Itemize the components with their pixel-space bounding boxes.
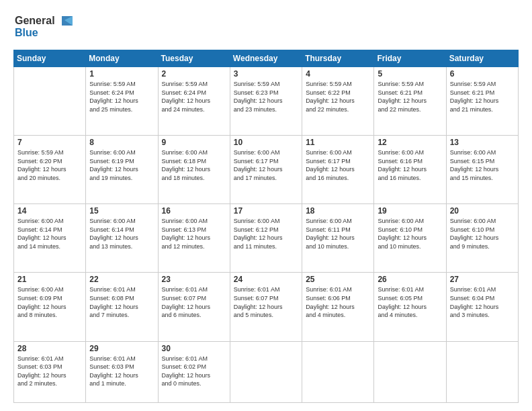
cell-details: Sunrise: 6:00 AM Sunset: 6:10 PM Dayligh… bbox=[378, 217, 442, 250]
calendar-cell: 25Sunrise: 6:01 AM Sunset: 6:06 PM Dayli… bbox=[302, 273, 374, 341]
logo: General Blue bbox=[13, 11, 74, 43]
weekday-header-sunday: Sunday bbox=[14, 50, 86, 67]
cell-details: Sunrise: 5:59 AM Sunset: 6:23 PM Dayligh… bbox=[234, 80, 298, 113]
calendar-cell: 23Sunrise: 6:01 AM Sunset: 6:07 PM Dayli… bbox=[158, 273, 230, 341]
day-number: 5 bbox=[378, 69, 442, 79]
calendar-cell: 18Sunrise: 6:00 AM Sunset: 6:11 PM Dayli… bbox=[302, 204, 374, 273]
calendar-cell: 7Sunrise: 5:59 AM Sunset: 6:20 PM Daylig… bbox=[14, 136, 86, 204]
weekday-header-thursday: Thursday bbox=[302, 50, 374, 67]
week-row-0: 1Sunrise: 5:59 AM Sunset: 6:24 PM Daylig… bbox=[14, 67, 519, 136]
day-number: 11 bbox=[306, 138, 370, 147]
calendar-table: SundayMondayTuesdayWednesdayThursdayFrid… bbox=[13, 50, 519, 403]
cell-details: Sunrise: 6:00 AM Sunset: 6:14 PM Dayligh… bbox=[89, 217, 154, 250]
week-row-1: 7Sunrise: 5:59 AM Sunset: 6:20 PM Daylig… bbox=[14, 136, 519, 204]
day-number: 3 bbox=[234, 69, 298, 79]
cell-details: Sunrise: 6:00 AM Sunset: 6:19 PM Dayligh… bbox=[89, 148, 154, 182]
calendar-cell bbox=[14, 67, 86, 136]
cell-details: Sunrise: 6:00 AM Sunset: 6:17 PM Dayligh… bbox=[234, 148, 298, 182]
calendar-cell: 6Sunrise: 5:59 AM Sunset: 6:21 PM Daylig… bbox=[446, 67, 518, 136]
day-number: 28 bbox=[17, 344, 82, 353]
day-number: 6 bbox=[450, 69, 515, 79]
calendar-cell bbox=[446, 341, 518, 402]
calendar-cell bbox=[230, 341, 302, 402]
cell-details: Sunrise: 6:00 AM Sunset: 6:16 PM Dayligh… bbox=[378, 148, 442, 182]
cell-details: Sunrise: 5:59 AM Sunset: 6:21 PM Dayligh… bbox=[450, 80, 515, 113]
page: General Blue SundayMondayTuesdayWednesda… bbox=[0, 0, 532, 411]
day-number: 2 bbox=[162, 69, 226, 79]
week-row-4: 28Sunrise: 6:01 AM Sunset: 6:03 PM Dayli… bbox=[14, 341, 519, 402]
calendar-cell: 11Sunrise: 6:00 AM Sunset: 6:17 PM Dayli… bbox=[302, 136, 374, 204]
cell-details: Sunrise: 6:00 AM Sunset: 6:11 PM Dayligh… bbox=[306, 217, 370, 250]
calendar-cell: 19Sunrise: 6:00 AM Sunset: 6:10 PM Dayli… bbox=[374, 204, 446, 273]
cell-details: Sunrise: 5:59 AM Sunset: 6:20 PM Dayligh… bbox=[17, 148, 82, 182]
calendar-cell: 27Sunrise: 6:01 AM Sunset: 6:04 PM Dayli… bbox=[446, 273, 518, 341]
cell-details: Sunrise: 6:01 AM Sunset: 6:07 PM Dayligh… bbox=[162, 285, 226, 319]
weekday-header-tuesday: Tuesday bbox=[158, 50, 230, 67]
cell-details: Sunrise: 6:01 AM Sunset: 6:08 PM Dayligh… bbox=[89, 285, 154, 319]
cell-details: Sunrise: 6:00 AM Sunset: 6:14 PM Dayligh… bbox=[17, 217, 82, 250]
week-row-3: 21Sunrise: 6:00 AM Sunset: 6:09 PM Dayli… bbox=[14, 273, 519, 341]
day-number: 12 bbox=[378, 138, 442, 147]
cell-details: Sunrise: 6:00 AM Sunset: 6:18 PM Dayligh… bbox=[162, 148, 226, 182]
calendar-cell bbox=[302, 341, 374, 402]
day-number: 14 bbox=[17, 206, 82, 216]
day-number: 8 bbox=[89, 138, 154, 147]
cell-details: Sunrise: 6:00 AM Sunset: 6:09 PM Dayligh… bbox=[17, 285, 82, 319]
calendar-cell: 26Sunrise: 6:01 AM Sunset: 6:05 PM Dayli… bbox=[374, 273, 446, 341]
calendar-cell: 12Sunrise: 6:00 AM Sunset: 6:16 PM Dayli… bbox=[374, 136, 446, 204]
calendar-cell: 30Sunrise: 6:01 AM Sunset: 6:02 PM Dayli… bbox=[158, 341, 230, 402]
calendar-cell: 3Sunrise: 5:59 AM Sunset: 6:23 PM Daylig… bbox=[230, 67, 302, 136]
calendar-cell: 29Sunrise: 6:01 AM Sunset: 6:03 PM Dayli… bbox=[86, 341, 158, 402]
day-number: 25 bbox=[306, 275, 370, 284]
cell-details: Sunrise: 6:01 AM Sunset: 6:03 PM Dayligh… bbox=[17, 355, 82, 388]
cell-details: Sunrise: 6:00 AM Sunset: 6:17 PM Dayligh… bbox=[306, 148, 370, 182]
day-number: 7 bbox=[17, 138, 82, 147]
day-number: 21 bbox=[17, 275, 82, 284]
weekday-header-friday: Friday bbox=[374, 50, 446, 67]
logo-text: General Blue bbox=[13, 11, 74, 43]
cell-details: Sunrise: 5:59 AM Sunset: 6:22 PM Dayligh… bbox=[306, 80, 370, 113]
day-number: 4 bbox=[306, 69, 370, 79]
calendar-cell: 17Sunrise: 6:00 AM Sunset: 6:12 PM Dayli… bbox=[230, 204, 302, 273]
cell-details: Sunrise: 6:01 AM Sunset: 6:05 PM Dayligh… bbox=[378, 285, 442, 319]
calendar-cell: 8Sunrise: 6:00 AM Sunset: 6:19 PM Daylig… bbox=[86, 136, 158, 204]
cell-details: Sunrise: 6:01 AM Sunset: 6:02 PM Dayligh… bbox=[162, 355, 226, 388]
calendar-cell bbox=[374, 341, 446, 402]
weekday-header-row: SundayMondayTuesdayWednesdayThursdayFrid… bbox=[14, 50, 519, 67]
day-number: 27 bbox=[450, 275, 515, 284]
day-number: 22 bbox=[89, 275, 154, 284]
calendar-cell: 28Sunrise: 6:01 AM Sunset: 6:03 PM Dayli… bbox=[14, 341, 86, 402]
calendar-cell: 24Sunrise: 6:01 AM Sunset: 6:07 PM Dayli… bbox=[230, 273, 302, 341]
weekday-header-monday: Monday bbox=[86, 50, 158, 67]
day-number: 13 bbox=[450, 138, 515, 147]
calendar-cell: 10Sunrise: 6:00 AM Sunset: 6:17 PM Dayli… bbox=[230, 136, 302, 204]
cell-details: Sunrise: 6:00 AM Sunset: 6:10 PM Dayligh… bbox=[450, 217, 515, 250]
cell-details: Sunrise: 6:00 AM Sunset: 6:12 PM Dayligh… bbox=[234, 217, 298, 250]
calendar-cell: 16Sunrise: 6:00 AM Sunset: 6:13 PM Dayli… bbox=[158, 204, 230, 273]
calendar-cell: 1Sunrise: 5:59 AM Sunset: 6:24 PM Daylig… bbox=[86, 67, 158, 136]
day-number: 19 bbox=[378, 206, 442, 216]
day-number: 23 bbox=[162, 275, 226, 284]
day-number: 10 bbox=[234, 138, 298, 147]
calendar-cell: 14Sunrise: 6:00 AM Sunset: 6:14 PM Dayli… bbox=[14, 204, 86, 273]
cell-details: Sunrise: 5:59 AM Sunset: 6:24 PM Dayligh… bbox=[162, 80, 226, 113]
week-row-2: 14Sunrise: 6:00 AM Sunset: 6:14 PM Dayli… bbox=[14, 204, 519, 273]
cell-details: Sunrise: 6:01 AM Sunset: 6:03 PM Dayligh… bbox=[89, 355, 154, 388]
day-number: 17 bbox=[234, 206, 298, 216]
calendar-cell: 21Sunrise: 6:00 AM Sunset: 6:09 PM Dayli… bbox=[14, 273, 86, 341]
calendar-cell: 20Sunrise: 6:00 AM Sunset: 6:10 PM Dayli… bbox=[446, 204, 518, 273]
calendar-cell: 22Sunrise: 6:01 AM Sunset: 6:08 PM Dayli… bbox=[86, 273, 158, 341]
cell-details: Sunrise: 5:59 AM Sunset: 6:24 PM Dayligh… bbox=[89, 80, 154, 113]
calendar-cell: 9Sunrise: 6:00 AM Sunset: 6:18 PM Daylig… bbox=[158, 136, 230, 204]
calendar-cell: 15Sunrise: 6:00 AM Sunset: 6:14 PM Dayli… bbox=[86, 204, 158, 273]
day-number: 15 bbox=[89, 206, 154, 216]
calendar-cell: 2Sunrise: 5:59 AM Sunset: 6:24 PM Daylig… bbox=[158, 67, 230, 136]
day-number: 26 bbox=[378, 275, 442, 284]
day-number: 1 bbox=[89, 69, 154, 79]
day-number: 18 bbox=[306, 206, 370, 216]
cell-details: Sunrise: 5:59 AM Sunset: 6:21 PM Dayligh… bbox=[378, 80, 442, 113]
svg-text:General: General bbox=[15, 15, 55, 26]
header: General Blue bbox=[13, 11, 519, 43]
day-number: 24 bbox=[234, 275, 298, 284]
cell-details: Sunrise: 6:00 AM Sunset: 6:13 PM Dayligh… bbox=[162, 217, 226, 250]
